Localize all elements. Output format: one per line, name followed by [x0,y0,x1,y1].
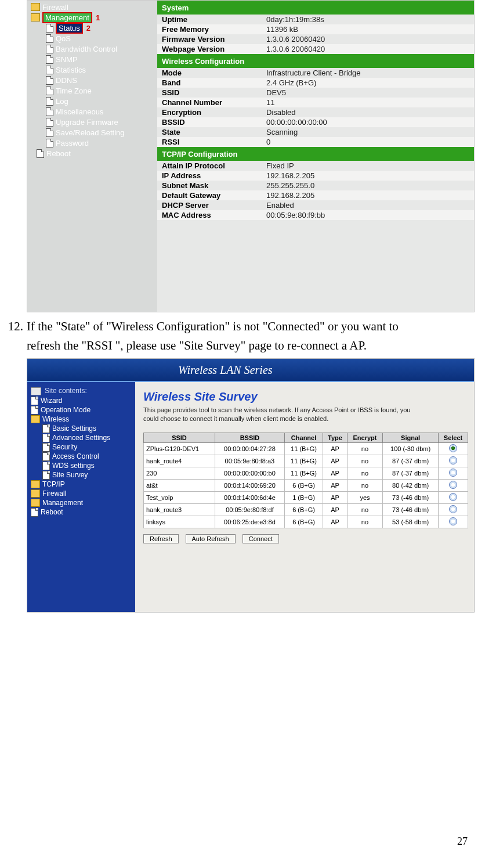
cell-select[interactable] [439,455,468,467]
tree-item[interactable]: Log [30,96,157,106]
cell-select[interactable] [439,442,468,455]
cell-encrypt: no [347,455,382,467]
tree-item[interactable]: Management [31,498,133,507]
radio-icon[interactable] [449,481,457,489]
row-label: SSID [162,88,266,97]
tree-item[interactable]: DDNS [30,75,157,85]
tree-label: Basic Settings [52,424,96,433]
tree-item[interactable]: Bandwidth Control [30,44,157,54]
auto-refresh-button[interactable]: Auto Refresh [186,534,236,543]
nav-tree: Site contents: WizardOperation Mode Wire… [27,382,135,613]
radio-icon[interactable] [449,517,457,525]
cell-select[interactable] [439,516,468,528]
tree-label: Password [56,139,89,147]
cell-channel: 6 (B+G) [284,479,323,491]
tree-item[interactable]: Miscellaneous [30,106,157,117]
table-row: Test_voip00:0d:14:00:6d:4e1 (B+G)APyes73… [144,491,468,503]
tree-label: Firewall [42,3,68,12]
cell-type: AP [323,491,348,503]
page-number: 27 [0,833,475,850]
row-label: Mode [162,69,266,77]
row-label: Channel Number [162,98,266,107]
row-label: Band [162,78,266,87]
tree-item[interactable]: Firewall [31,489,133,498]
cell-channel: 1 (B+G) [284,491,323,503]
cell-select[interactable] [439,467,468,479]
app-banner: Wireless LAN Series [27,359,474,382]
cell-ssid: hank_route4 [144,455,215,467]
tree-label: Bandwidth Control [56,45,117,53]
status-row: RSSI0 [157,137,474,147]
cell-encrypt: no [347,467,382,479]
instruction-line2: refresh the "RSSI ", please use "Site Su… [27,338,367,352]
tree-item[interactable]: Basic Settings [31,424,133,433]
tree-item-reboot[interactable]: Reboot [31,507,133,517]
refresh-button[interactable]: Refresh [143,534,179,543]
tree-item[interactable]: Security [31,442,133,452]
cell-bssid: 00:00:00:00:00:b0 [215,467,284,479]
tree-item-status[interactable]: Status 2 [30,23,157,33]
cell-type: AP [323,455,348,467]
tree-item[interactable]: Wizard [31,396,133,405]
site-survey-screenshot: Wireless LAN Series Site contents: Wizar… [27,358,475,613]
radio-icon[interactable] [449,493,457,501]
file-icon [46,24,53,33]
tree-item-firewall[interactable]: Firewall [30,2,157,12]
tree-item[interactable]: QoS [30,33,157,44]
tree-item[interactable]: Operation Mode [31,405,133,415]
radio-icon[interactable] [449,456,457,464]
tree-item[interactable]: SNMP [30,54,157,64]
file-icon [46,118,53,127]
tree-item[interactable]: Time Zone [30,85,157,96]
cell-select[interactable] [439,491,468,503]
connect-button[interactable]: Connect [242,534,279,543]
tree-item[interactable]: TCP/IP [31,480,133,489]
row-value: 00:00:00:00:00:00 [266,118,469,127]
file-icon [42,443,50,452]
radio-icon[interactable] [449,505,457,513]
tree-item[interactable]: Site Survey [31,470,133,480]
cell-select[interactable] [439,479,468,491]
tree-item-management[interactable]: Management 1 [30,12,157,23]
row-value: 255.255.255.0 [266,181,469,190]
file-icon [46,55,53,64]
tree-item[interactable]: Save/Reload Setting [30,127,157,138]
content-panel: Wireless Site Survey This page provides … [135,382,474,613]
radio-icon[interactable] [449,444,457,452]
tree-label: Statistics [56,66,86,74]
tree-label: WDS settings [52,462,95,470]
tree-item[interactable]: Access Control [31,452,133,461]
tree-item-reboot[interactable]: Reboot [30,148,157,159]
annotation-badge-2: 2 [86,24,91,33]
tree-item[interactable]: Advanced Settings [31,433,133,442]
row-value: Fixed IP [266,161,469,170]
file-icon [42,471,50,480]
tree-item[interactable]: Statistics [30,64,157,75]
status-row: Uptime0day:1h:19m:38s [157,15,474,24]
tree-label: Management [42,499,83,507]
status-row: Subnet Mask255.255.255.0 [157,181,474,190]
file-icon [46,107,53,116]
cell-type: AP [323,503,348,516]
cell-bssid: 00:05:9e:80:f8:df [215,503,284,516]
section-header: System [157,1,474,15]
tree-item[interactable]: Password [30,138,157,148]
row-value: 192.168.2.205 [266,191,469,200]
table-row: linksys00:06:25:de:e3:8d6 (B+G)APno53 (-… [144,516,468,528]
row-label: MAC Address [162,211,266,219]
tree-label: Reboot [46,149,71,158]
row-value: 2.4 GHz (B+G) [266,78,469,87]
cell-signal: 87 (-37 dbm) [383,467,439,479]
tree-item[interactable]: Upgrade Firmware [30,117,157,127]
status-row: SSIDDEV5 [157,88,474,98]
cell-ssid: hank_route3 [144,503,215,516]
cell-type: AP [323,442,348,455]
annotation-badge-1: 1 [96,13,100,22]
file-icon [37,149,44,158]
row-label: Attain IP Protocol [162,161,266,170]
radio-icon[interactable] [449,469,457,477]
cell-signal: 53 (-58 dbm) [383,516,439,528]
tree-item[interactable]: WDS settings [31,461,133,470]
tree-item-wireless[interactable]: Wireless [31,415,133,424]
cell-select[interactable] [439,503,468,516]
